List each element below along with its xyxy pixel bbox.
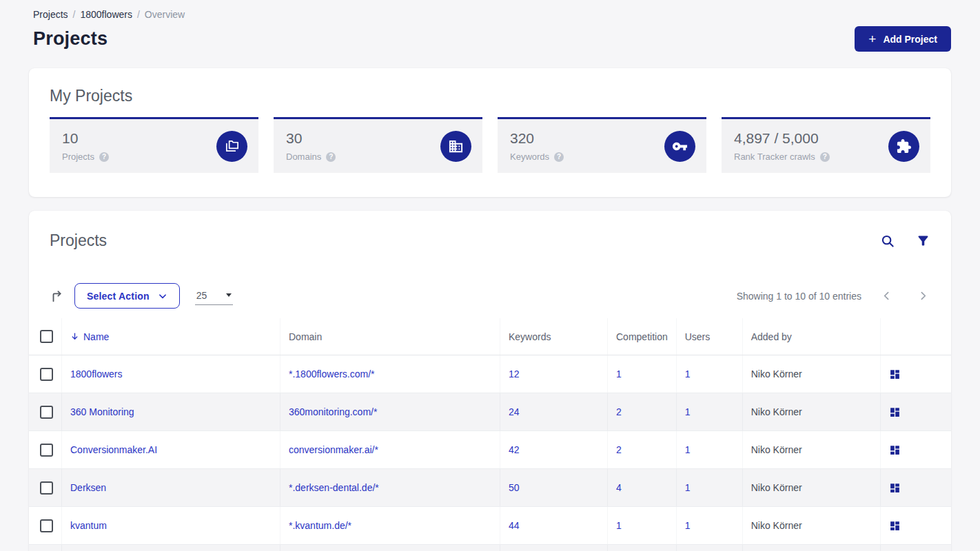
keywords-count[interactable]: 12 bbox=[509, 368, 520, 380]
table-row: Derksen *.derksen-dental.de/* 50 4 1 Nik… bbox=[29, 469, 951, 507]
competition-count[interactable]: 4 bbox=[616, 482, 622, 493]
breadcrumb-separator: / bbox=[137, 9, 140, 20]
project-name-link[interactable]: Derksen bbox=[70, 482, 106, 493]
column-header-domain[interactable]: Domain bbox=[280, 318, 500, 355]
puzzle-icon bbox=[888, 131, 919, 162]
key-icon bbox=[664, 131, 695, 162]
column-header-added-by[interactable]: Added by bbox=[742, 318, 880, 355]
table-header-row: Name Domain Keywords Competition Users A… bbox=[29, 318, 951, 355]
row-checkbox[interactable] bbox=[40, 444, 53, 457]
stat-keywords-value: 320 bbox=[510, 130, 564, 147]
users-count[interactable]: 1 bbox=[685, 406, 691, 417]
table-row: 360 Monitoring 360monitoring.com/* 24 2 … bbox=[29, 393, 951, 431]
stat-keywords-label: Keywords bbox=[510, 152, 549, 162]
dashboard-grid-icon[interactable] bbox=[889, 520, 943, 532]
dashboard-grid-icon[interactable] bbox=[889, 406, 943, 418]
project-domain-link[interactable]: *.kvantum.de/* bbox=[289, 520, 351, 531]
table-row: Conversionmaker.AI conversionmaker.ai/* … bbox=[29, 431, 951, 469]
competition-count[interactable]: 1 bbox=[616, 520, 622, 531]
project-domain-link[interactable]: conversionmaker.ai/* bbox=[289, 444, 378, 455]
project-name-link[interactable]: 1800flowers bbox=[70, 368, 123, 380]
keywords-count[interactable]: 24 bbox=[509, 406, 520, 417]
projects-panel-title: Projects bbox=[50, 231, 107, 250]
dashboard-grid-icon[interactable] bbox=[889, 368, 943, 380]
row-checkbox[interactable] bbox=[40, 481, 53, 495]
users-count[interactable]: 1 bbox=[685, 368, 691, 380]
chevron-left-icon[interactable] bbox=[879, 289, 894, 303]
users-count[interactable]: 1 bbox=[685, 444, 691, 455]
users-count[interactable]: 1 bbox=[685, 482, 691, 493]
column-header-name[interactable]: Name bbox=[62, 318, 280, 355]
breadcrumb: Projects / 1800flowers / Overview bbox=[33, 9, 951, 20]
added-by-text: Niko Körner bbox=[751, 406, 802, 417]
project-name-link[interactable]: kvantum bbox=[70, 520, 107, 531]
projects-folders-icon bbox=[216, 131, 247, 162]
search-icon[interactable] bbox=[880, 233, 895, 249]
stat-crawls-label: Rank Tracker crawls bbox=[734, 152, 815, 162]
competition-count[interactable]: 2 bbox=[616, 444, 622, 455]
project-domain-link[interactable]: *.1800flowers.com/* bbox=[289, 368, 375, 380]
breadcrumb-overview: Overview bbox=[145, 9, 185, 20]
showing-entries-text: Showing 1 to 10 of 10 entries bbox=[737, 291, 861, 302]
stat-domains-value: 30 bbox=[286, 130, 336, 147]
stat-crawls-value: 4,897 / 5,000 bbox=[734, 130, 830, 147]
dashboard-grid-icon[interactable] bbox=[889, 482, 943, 494]
page-title: Projects bbox=[33, 28, 108, 50]
competition-count[interactable]: 1 bbox=[616, 368, 622, 380]
select-action-dropdown[interactable]: Select Action bbox=[74, 283, 180, 309]
chevron-down-icon bbox=[158, 291, 167, 301]
breadcrumb-projects[interactable]: Projects bbox=[33, 9, 68, 20]
keywords-count[interactable]: 44 bbox=[509, 520, 520, 531]
select-all-checkbox[interactable] bbox=[40, 330, 53, 343]
project-domain-link[interactable]: *.derksen-dental.de/* bbox=[289, 482, 379, 493]
keywords-count[interactable]: 42 bbox=[509, 444, 520, 455]
select-action-label: Select Action bbox=[87, 291, 150, 302]
table-row-partial bbox=[29, 545, 951, 551]
project-domain-link[interactable]: 360monitoring.com/* bbox=[289, 406, 377, 417]
my-projects-title: My Projects bbox=[50, 87, 930, 105]
column-header-keywords[interactable]: Keywords bbox=[500, 318, 608, 355]
stat-domains-label: Domains bbox=[286, 152, 321, 162]
sort-down-icon bbox=[70, 332, 79, 341]
table-row: 1800flowers *.1800flowers.com/* 12 1 1 N… bbox=[29, 355, 951, 393]
my-projects-card: My Projects 10 Projects ? 30 Dom bbox=[29, 68, 951, 197]
page-header: Projects / 1800flowers / Overview Projec… bbox=[0, 0, 980, 52]
breadcrumb-1800flowers[interactable]: 1800flowers bbox=[80, 9, 132, 20]
project-name-link[interactable]: 360 Monitoring bbox=[70, 406, 134, 417]
added-by-text: Niko Körner bbox=[751, 520, 802, 531]
page-size-select[interactable]: 25 bbox=[195, 287, 233, 305]
page-size-value: 25 bbox=[196, 290, 207, 301]
add-project-button[interactable]: + Add Project bbox=[855, 26, 951, 52]
competition-count[interactable]: 2 bbox=[616, 406, 622, 417]
stats-row: 10 Projects ? 30 Domains ? bbox=[50, 117, 930, 173]
select-caret-icon bbox=[226, 293, 232, 297]
added-by-text: Niko Körner bbox=[751, 444, 802, 455]
breadcrumb-separator: / bbox=[73, 9, 76, 20]
stat-domains: 30 Domains ? bbox=[274, 117, 482, 173]
stat-projects-value: 10 bbox=[62, 130, 109, 147]
stat-projects-label: Projects bbox=[62, 152, 94, 162]
column-header-users[interactable]: Users bbox=[676, 318, 742, 355]
column-header-competition[interactable]: Competition bbox=[608, 318, 677, 355]
help-icon[interactable]: ? bbox=[820, 152, 830, 162]
projects-table-card: Projects Select Action bbox=[29, 211, 951, 551]
export-arrow-icon[interactable] bbox=[50, 289, 65, 304]
row-checkbox[interactable] bbox=[40, 519, 53, 532]
project-name-link[interactable]: Conversionmaker.AI bbox=[70, 444, 157, 455]
row-checkbox[interactable] bbox=[40, 368, 53, 381]
help-icon[interactable]: ? bbox=[326, 152, 336, 162]
stat-projects: 10 Projects ? bbox=[50, 117, 258, 173]
row-checkbox[interactable] bbox=[40, 406, 53, 419]
stat-rank-tracker-crawls: 4,897 / 5,000 Rank Tracker crawls ? bbox=[722, 117, 930, 173]
domain-building-icon bbox=[440, 131, 471, 162]
help-icon[interactable]: ? bbox=[554, 152, 564, 162]
filter-icon[interactable] bbox=[916, 233, 930, 248]
chevron-right-icon[interactable] bbox=[916, 289, 930, 303]
added-by-text: Niko Körner bbox=[751, 368, 802, 380]
help-icon[interactable]: ? bbox=[99, 152, 109, 162]
stat-keywords: 320 Keywords ? bbox=[498, 117, 706, 173]
keywords-count[interactable]: 50 bbox=[509, 482, 520, 493]
dashboard-grid-icon[interactable] bbox=[889, 444, 943, 456]
users-count[interactable]: 1 bbox=[685, 520, 691, 531]
plus-icon: + bbox=[868, 32, 876, 45]
